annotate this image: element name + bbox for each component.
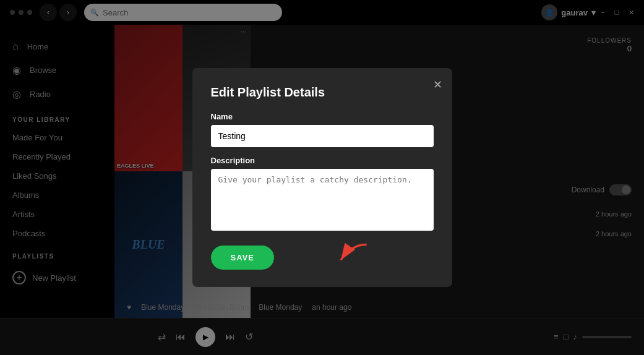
playlist-description-input[interactable] bbox=[211, 169, 434, 231]
modal-close-button[interactable]: ✕ bbox=[433, 78, 442, 92]
playlist-name-input[interactable] bbox=[211, 125, 434, 147]
arrow-indicator bbox=[310, 239, 372, 273]
description-label: Description bbox=[211, 156, 434, 165]
arrow-svg bbox=[310, 239, 372, 270]
modal-title: Edit Playlist Details bbox=[211, 85, 434, 100]
edit-playlist-modal: Edit Playlist Details ✕ Name Description… bbox=[192, 68, 452, 287]
name-label: Name bbox=[211, 112, 434, 121]
modal-overlay: Edit Playlist Details ✕ Name Description… bbox=[0, 0, 644, 355]
modal-footer: SAVE bbox=[211, 246, 434, 270]
save-button[interactable]: SAVE bbox=[211, 246, 274, 270]
